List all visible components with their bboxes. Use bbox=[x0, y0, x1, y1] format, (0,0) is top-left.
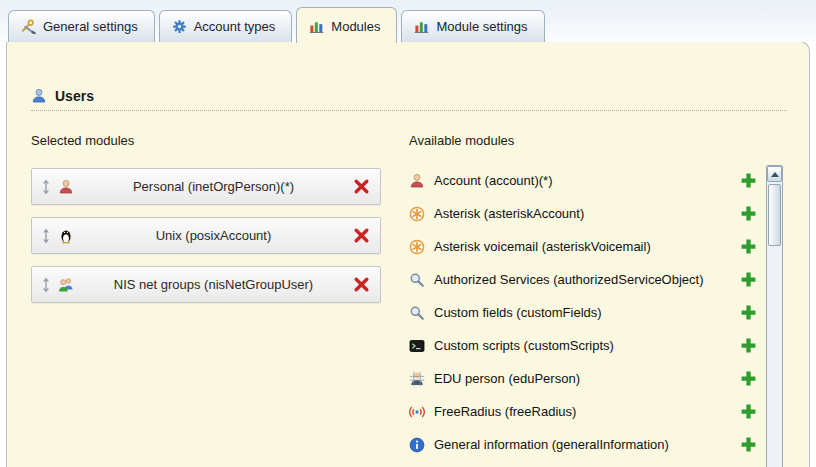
magnifier-icon bbox=[409, 272, 425, 288]
drag-handle-icon[interactable] bbox=[40, 228, 52, 244]
selected-module-label: Unix (posixAccount) bbox=[74, 228, 353, 243]
info-icon bbox=[409, 437, 425, 453]
scrollbar-thumb[interactable] bbox=[768, 184, 781, 246]
group-icon bbox=[58, 277, 74, 293]
available-modules-list: Account (account)(*) bbox=[409, 164, 759, 467]
remove-module-button[interactable] bbox=[353, 227, 370, 244]
green-plus-icon bbox=[740, 271, 757, 288]
available-modules-column: Available modules Account (account)(*) bbox=[409, 127, 785, 467]
scroll-up-button[interactable] bbox=[767, 166, 782, 182]
modules-columns: Selected modules bbox=[7, 111, 809, 467]
available-module-label: Custom fields (customFields) bbox=[434, 305, 731, 320]
add-module-button[interactable] bbox=[740, 172, 757, 189]
tab-label: Module settings bbox=[436, 19, 527, 34]
magnifier-icon bbox=[409, 305, 425, 321]
available-module-row: EDU person (eduPerson) bbox=[409, 362, 759, 395]
green-plus-icon bbox=[740, 436, 757, 453]
content-panel: Users Selected modules bbox=[6, 41, 810, 467]
scrollbar[interactable] bbox=[766, 165, 783, 467]
remove-module-button[interactable] bbox=[353, 178, 370, 195]
tab-label: General settings bbox=[43, 19, 138, 34]
green-plus-icon bbox=[740, 370, 757, 387]
penguin-icon bbox=[58, 228, 74, 244]
available-module-label: FreeRadius (freeRadius) bbox=[434, 404, 731, 419]
available-module-row: Custom scripts (customScripts) bbox=[409, 329, 759, 362]
available-module-label: Account (account)(*) bbox=[434, 173, 731, 188]
available-modules-heading: Available modules bbox=[409, 133, 759, 148]
radio-icon bbox=[409, 404, 425, 420]
bar-chart-icon bbox=[414, 19, 429, 34]
green-plus-icon bbox=[740, 337, 757, 354]
drag-handle-icon[interactable] bbox=[40, 277, 52, 293]
asterisk-icon bbox=[409, 206, 425, 222]
selected-module-row[interactable]: NIS net groups (nisNetGroupUser) bbox=[31, 266, 381, 303]
available-module-row: Authorized Services (authorizedServiceOb… bbox=[409, 263, 759, 296]
tab-module-settings[interactable]: Module settings bbox=[401, 10, 544, 42]
person-icon bbox=[58, 179, 74, 195]
person-icon bbox=[409, 173, 425, 189]
add-module-button[interactable] bbox=[740, 238, 757, 255]
available-module-row: Groups of names (groupOfNamesUser) bbox=[409, 461, 759, 467]
terminal-icon bbox=[409, 338, 425, 354]
add-module-button[interactable] bbox=[740, 304, 757, 321]
tab-account-types[interactable]: Account types bbox=[159, 10, 293, 42]
available-module-label: Authorized Services (authorizedServiceOb… bbox=[434, 272, 731, 287]
add-module-button[interactable] bbox=[740, 271, 757, 288]
remove-module-button[interactable] bbox=[353, 276, 370, 293]
tab-general-settings[interactable]: General settings bbox=[8, 10, 155, 42]
available-module-row: Custom fields (customFields) bbox=[409, 296, 759, 329]
available-module-row: General information (generalInformation) bbox=[409, 428, 759, 461]
selected-modules-list: Personal (inetOrgPerson)(*) bbox=[31, 168, 381, 303]
available-module-label: Asterisk (asteriskAccount) bbox=[434, 206, 731, 221]
available-module-label: Custom scripts (customScripts) bbox=[434, 338, 731, 353]
tab-bar: General settings Account types Modules bbox=[0, 0, 816, 42]
green-plus-icon bbox=[740, 403, 757, 420]
tab-label: Account types bbox=[194, 19, 276, 34]
available-module-row: FreeRadius (freeRadius) bbox=[409, 395, 759, 428]
asterisk-icon bbox=[409, 239, 425, 255]
tab-label: Modules bbox=[331, 19, 380, 34]
red-x-icon bbox=[353, 227, 370, 244]
selected-module-row[interactable]: Unix (posixAccount) bbox=[31, 217, 381, 254]
available-module-label: General information (generalInformation) bbox=[434, 437, 731, 452]
green-plus-icon bbox=[740, 205, 757, 222]
user-icon bbox=[31, 88, 47, 104]
green-plus-icon bbox=[740, 172, 757, 189]
add-module-button[interactable] bbox=[740, 370, 757, 387]
add-module-button[interactable] bbox=[740, 436, 757, 453]
green-plus-icon bbox=[740, 304, 757, 321]
selected-module-label: Personal (inetOrgPerson)(*) bbox=[74, 179, 353, 194]
red-x-icon bbox=[353, 276, 370, 293]
available-module-label: EDU person (eduPerson) bbox=[434, 371, 731, 386]
available-module-row: Account (account)(*) bbox=[409, 164, 759, 197]
tab-modules[interactable]: Modules bbox=[296, 7, 397, 43]
selected-modules-heading: Selected modules bbox=[31, 133, 381, 148]
add-module-button[interactable] bbox=[740, 205, 757, 222]
green-plus-icon bbox=[740, 238, 757, 255]
available-module-row: Asterisk (asteriskAccount) bbox=[409, 197, 759, 230]
tools-icon bbox=[21, 19, 36, 34]
add-module-button[interactable] bbox=[740, 337, 757, 354]
bar-chart-icon bbox=[309, 19, 324, 34]
available-module-label: Asterisk voicemail (asteriskVoicemail) bbox=[434, 239, 731, 254]
person-grid-icon bbox=[409, 371, 425, 387]
selected-module-row[interactable]: Personal (inetOrgPerson)(*) bbox=[31, 168, 381, 205]
red-x-icon bbox=[353, 178, 370, 195]
selected-modules-column: Selected modules bbox=[31, 127, 381, 467]
arrow-up-icon bbox=[771, 172, 779, 177]
section-heading-users: Users bbox=[31, 88, 787, 111]
drag-handle-icon[interactable] bbox=[40, 179, 52, 195]
section-title: Users bbox=[55, 88, 94, 104]
selected-module-label: NIS net groups (nisNetGroupUser) bbox=[74, 277, 353, 292]
add-module-button[interactable] bbox=[740, 403, 757, 420]
available-module-row: Asterisk voicemail (asteriskVoicemail) bbox=[409, 230, 759, 263]
gear-icon bbox=[172, 19, 187, 34]
